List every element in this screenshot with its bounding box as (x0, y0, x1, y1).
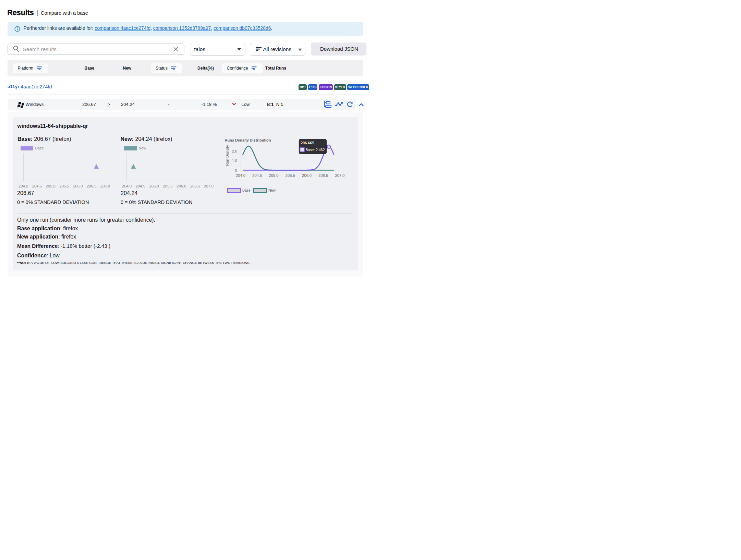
svg-text:205.5: 205.5 (286, 173, 295, 178)
svg-text:205.5: 205.5 (59, 184, 69, 188)
svg-text:204.0: 204.0 (236, 173, 245, 178)
svg-text:204.0: 204.0 (19, 184, 28, 188)
svg-text:205.0: 205.0 (46, 184, 56, 188)
svg-text:206.5: 206.5 (190, 184, 200, 188)
svg-text:Run Density: Run Density (225, 145, 229, 166)
svg-text:206.0: 206.0 (177, 184, 186, 188)
svg-text:205.0: 205.0 (269, 173, 279, 178)
svg-text:204.5: 204.5 (136, 184, 145, 188)
svg-text:206.665: 206.665 (301, 141, 314, 145)
svg-text:207.0: 207.0 (204, 184, 214, 188)
svg-text:206.5: 206.5 (87, 184, 96, 188)
svg-text:205.0: 205.0 (149, 184, 159, 188)
svg-text:205.5: 205.5 (163, 184, 172, 188)
svg-text:206.0: 206.0 (302, 173, 312, 178)
svg-text:206.5: 206.5 (318, 173, 328, 178)
svg-text:0: 0 (235, 168, 237, 172)
svg-text:1.0: 1.0 (232, 159, 237, 163)
svg-text:204.5: 204.5 (32, 184, 42, 188)
svg-text:2.0: 2.0 (232, 149, 237, 153)
svg-text:206.0: 206.0 (73, 184, 83, 188)
svg-text:207.0: 207.0 (335, 173, 345, 178)
svg-text:Base: 2.462: Base: 2.462 (306, 148, 325, 152)
svg-text:204.0: 204.0 (122, 184, 132, 188)
svg-text:204.5: 204.5 (252, 173, 262, 178)
svg-text:207.0: 207.0 (100, 184, 110, 188)
